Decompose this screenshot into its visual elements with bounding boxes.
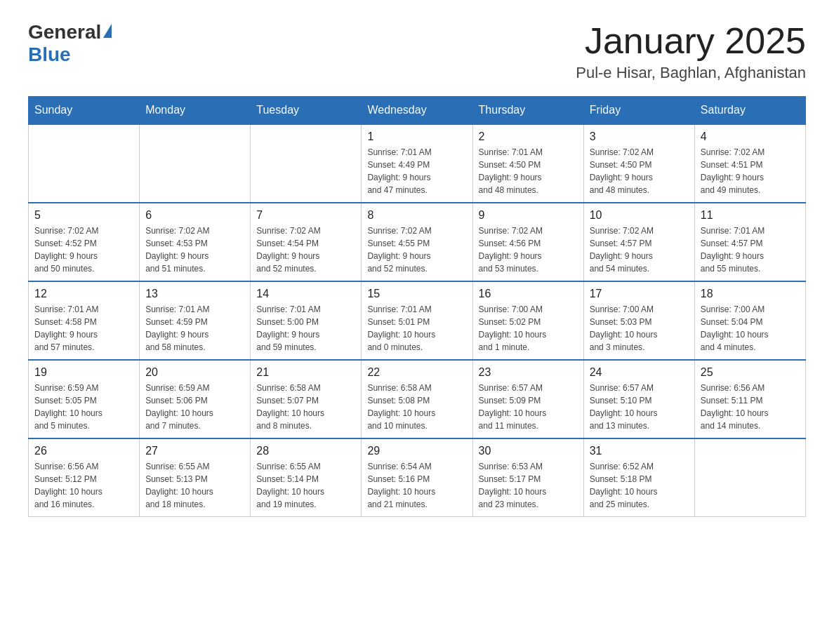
calendar-cell: 14Sunrise: 7:01 AM Sunset: 5:00 PM Dayli…: [251, 281, 362, 360]
calendar-cell: 24Sunrise: 6:57 AM Sunset: 5:10 PM Dayli…: [583, 360, 694, 438]
day-number: 10: [590, 209, 689, 222]
calendar-cell: 25Sunrise: 6:56 AM Sunset: 5:11 PM Dayli…: [694, 360, 805, 438]
day-number: 3: [590, 130, 689, 143]
day-number: 9: [479, 209, 578, 222]
logo-text-general: General: [28, 21, 101, 43]
day-info: Sunrise: 7:02 AM Sunset: 4:53 PM Dayligh…: [145, 224, 244, 275]
calendar-week-row: 19Sunrise: 6:59 AM Sunset: 5:05 PM Dayli…: [29, 360, 806, 438]
day-info: Sunrise: 7:02 AM Sunset: 4:55 PM Dayligh…: [367, 224, 466, 275]
calendar-body: 1Sunrise: 7:01 AM Sunset: 4:49 PM Daylig…: [29, 124, 806, 517]
day-info: Sunrise: 7:01 AM Sunset: 4:59 PM Dayligh…: [145, 303, 244, 354]
day-number: 21: [256, 366, 355, 379]
calendar-cell: 4Sunrise: 7:02 AM Sunset: 4:51 PM Daylig…: [694, 124, 805, 203]
day-info: Sunrise: 7:01 AM Sunset: 4:50 PM Dayligh…: [479, 146, 578, 196]
weekday-header-thursday: Thursday: [472, 97, 583, 125]
calendar-cell: 30Sunrise: 6:53 AM Sunset: 5:17 PM Dayli…: [472, 438, 583, 517]
day-number: 22: [367, 366, 466, 379]
day-number: 24: [590, 366, 689, 379]
day-info: Sunrise: 7:02 AM Sunset: 4:56 PM Dayligh…: [479, 224, 578, 275]
day-number: 14: [256, 288, 355, 300]
calendar-cell: [140, 124, 251, 203]
calendar-week-row: 12Sunrise: 7:01 AM Sunset: 4:58 PM Dayli…: [29, 281, 806, 360]
logo-text-blue: Blue: [28, 43, 71, 65]
day-number: 19: [34, 366, 133, 379]
day-number: 4: [701, 130, 800, 143]
calendar-cell: [251, 124, 362, 203]
day-number: 29: [367, 445, 466, 457]
day-info: Sunrise: 6:53 AM Sunset: 5:17 PM Dayligh…: [479, 460, 578, 511]
calendar-cell: 28Sunrise: 6:55 AM Sunset: 5:14 PM Dayli…: [251, 438, 362, 517]
logo: General Blue: [28, 21, 112, 66]
weekday-header-tuesday: Tuesday: [251, 97, 362, 125]
calendar-cell: 31Sunrise: 6:52 AM Sunset: 5:18 PM Dayli…: [583, 438, 694, 517]
day-info: Sunrise: 6:56 AM Sunset: 5:11 PM Dayligh…: [701, 382, 800, 432]
day-info: Sunrise: 7:01 AM Sunset: 4:58 PM Dayligh…: [34, 303, 133, 354]
calendar-cell: 23Sunrise: 6:57 AM Sunset: 5:09 PM Dayli…: [472, 360, 583, 438]
day-info: Sunrise: 6:57 AM Sunset: 5:09 PM Dayligh…: [479, 382, 578, 432]
day-number: 25: [701, 366, 800, 379]
day-info: Sunrise: 7:00 AM Sunset: 5:03 PM Dayligh…: [590, 303, 689, 354]
day-number: 18: [701, 288, 800, 300]
calendar-cell: 22Sunrise: 6:58 AM Sunset: 5:08 PM Dayli…: [362, 360, 472, 438]
calendar-cell: 7Sunrise: 7:02 AM Sunset: 4:54 PM Daylig…: [251, 203, 362, 281]
calendar-cell: 27Sunrise: 6:55 AM Sunset: 5:13 PM Dayli…: [140, 438, 251, 517]
calendar-cell: 3Sunrise: 7:02 AM Sunset: 4:50 PM Daylig…: [583, 124, 694, 203]
day-number: 28: [256, 445, 355, 457]
day-info: Sunrise: 7:01 AM Sunset: 4:49 PM Dayligh…: [367, 146, 466, 196]
day-number: 31: [590, 445, 689, 457]
day-number: 23: [479, 366, 578, 379]
calendar-cell: [694, 438, 805, 517]
page-header: General Blue January 2025 Pul-e Hisar, B…: [28, 21, 806, 82]
day-info: Sunrise: 7:00 AM Sunset: 5:02 PM Dayligh…: [479, 303, 578, 354]
calendar-cell: 19Sunrise: 6:59 AM Sunset: 5:05 PM Dayli…: [29, 360, 140, 438]
day-number: 17: [590, 288, 689, 300]
day-info: Sunrise: 6:55 AM Sunset: 5:13 PM Dayligh…: [145, 460, 244, 511]
day-info: Sunrise: 6:59 AM Sunset: 5:05 PM Dayligh…: [34, 382, 133, 432]
calendar-cell: 6Sunrise: 7:02 AM Sunset: 4:53 PM Daylig…: [140, 203, 251, 281]
day-info: Sunrise: 6:59 AM Sunset: 5:06 PM Dayligh…: [145, 382, 244, 432]
day-info: Sunrise: 6:58 AM Sunset: 5:08 PM Dayligh…: [367, 382, 466, 432]
logo-triangle-icon: [103, 24, 112, 38]
calendar-cell: 15Sunrise: 7:01 AM Sunset: 5:01 PM Dayli…: [362, 281, 472, 360]
title-section: January 2025 Pul-e Hisar, Baghlan, Afgha…: [576, 21, 806, 82]
weekday-header-sunday: Sunday: [29, 97, 140, 125]
day-info: Sunrise: 6:58 AM Sunset: 5:07 PM Dayligh…: [256, 382, 355, 432]
calendar-cell: [29, 124, 140, 203]
calendar-cell: 9Sunrise: 7:02 AM Sunset: 4:56 PM Daylig…: [472, 203, 583, 281]
day-info: Sunrise: 7:02 AM Sunset: 4:50 PM Dayligh…: [590, 146, 689, 196]
weekday-header-row: SundayMondayTuesdayWednesdayThursdayFrid…: [29, 97, 806, 125]
day-info: Sunrise: 7:01 AM Sunset: 5:00 PM Dayligh…: [256, 303, 355, 354]
day-info: Sunrise: 7:02 AM Sunset: 4:54 PM Dayligh…: [256, 224, 355, 275]
day-number: 8: [367, 209, 466, 222]
day-number: 13: [145, 288, 244, 300]
calendar-cell: 10Sunrise: 7:02 AM Sunset: 4:57 PM Dayli…: [583, 203, 694, 281]
day-number: 30: [479, 445, 578, 457]
calendar-subtitle: Pul-e Hisar, Baghlan, Afghanistan: [576, 64, 806, 82]
calendar-cell: 8Sunrise: 7:02 AM Sunset: 4:55 PM Daylig…: [362, 203, 472, 281]
day-number: 2: [479, 130, 578, 143]
calendar-week-row: 1Sunrise: 7:01 AM Sunset: 4:49 PM Daylig…: [29, 124, 806, 203]
day-info: Sunrise: 6:56 AM Sunset: 5:12 PM Dayligh…: [34, 460, 133, 511]
day-info: Sunrise: 6:54 AM Sunset: 5:16 PM Dayligh…: [367, 460, 466, 511]
day-number: 27: [145, 445, 244, 457]
day-number: 15: [367, 288, 466, 300]
day-number: 26: [34, 445, 133, 457]
day-number: 16: [479, 288, 578, 300]
weekday-header-friday: Friday: [583, 97, 694, 125]
calendar-cell: 29Sunrise: 6:54 AM Sunset: 5:16 PM Dayli…: [362, 438, 472, 517]
calendar-cell: 20Sunrise: 6:59 AM Sunset: 5:06 PM Dayli…: [140, 360, 251, 438]
weekday-header-wednesday: Wednesday: [362, 97, 472, 125]
day-number: 6: [145, 209, 244, 222]
day-info: Sunrise: 7:01 AM Sunset: 5:01 PM Dayligh…: [367, 303, 466, 354]
weekday-header-saturday: Saturday: [694, 97, 805, 125]
calendar-cell: 18Sunrise: 7:00 AM Sunset: 5:04 PM Dayli…: [694, 281, 805, 360]
calendar-cell: 17Sunrise: 7:00 AM Sunset: 5:03 PM Dayli…: [583, 281, 694, 360]
day-info: Sunrise: 7:00 AM Sunset: 5:04 PM Dayligh…: [701, 303, 800, 354]
calendar-cell: 11Sunrise: 7:01 AM Sunset: 4:57 PM Dayli…: [694, 203, 805, 281]
calendar-cell: 2Sunrise: 7:01 AM Sunset: 4:50 PM Daylig…: [472, 124, 583, 203]
calendar-cell: 12Sunrise: 7:01 AM Sunset: 4:58 PM Dayli…: [29, 281, 140, 360]
calendar-table: SundayMondayTuesdayWednesdayThursdayFrid…: [28, 96, 806, 517]
calendar-cell: 26Sunrise: 6:56 AM Sunset: 5:12 PM Dayli…: [29, 438, 140, 517]
day-number: 7: [256, 209, 355, 222]
calendar-week-row: 5Sunrise: 7:02 AM Sunset: 4:52 PM Daylig…: [29, 203, 806, 281]
